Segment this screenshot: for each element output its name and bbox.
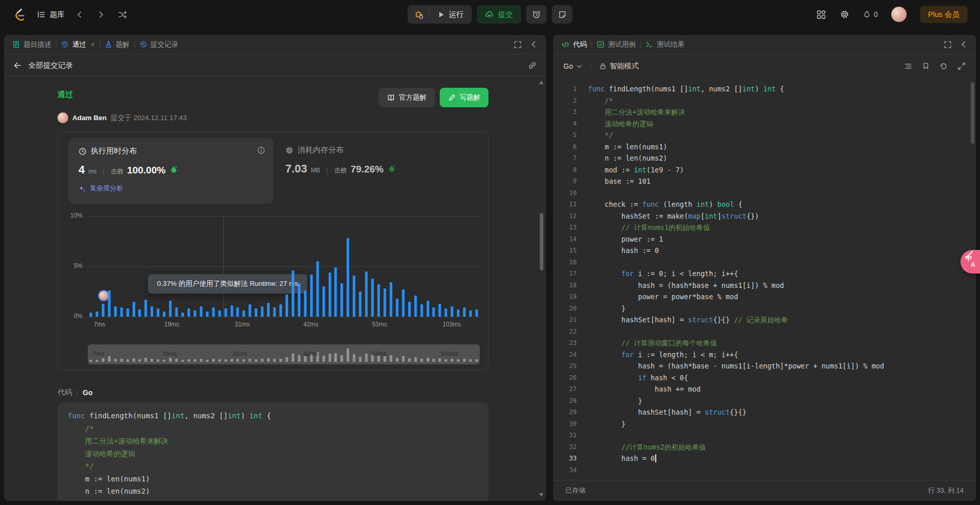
- chart-bar[interactable]: [291, 270, 294, 317]
- random-problem-icon[interactable]: [118, 10, 127, 19]
- chart-bar[interactable]: [102, 304, 104, 317]
- chart-bar[interactable]: [371, 279, 374, 317]
- editor-line[interactable]: 26 if hash < 0{: [553, 372, 976, 384]
- settings-gear-icon[interactable]: [839, 9, 850, 20]
- scroll-down-icon[interactable]: [539, 493, 543, 497]
- chart-bar[interactable]: [237, 307, 239, 317]
- chart-bar[interactable]: [95, 312, 98, 317]
- editor-line[interactable]: 13 // 计算nums1的初始哈希值: [553, 222, 976, 234]
- editor-line[interactable]: 6 m := len(nums1): [553, 141, 976, 153]
- chart-bar[interactable]: [463, 307, 466, 317]
- tab-problem-description[interactable]: 题目描述: [12, 40, 51, 49]
- editor-line[interactable]: 4 滚动哈希的逻辑: [553, 118, 976, 130]
- daily-streak[interactable]: 0: [863, 10, 878, 19]
- chart-bar[interactable]: [476, 309, 478, 317]
- chart-bar[interactable]: [139, 309, 141, 317]
- chart-bar[interactable]: [304, 290, 306, 317]
- editor-line[interactable]: 12 hashSet := make(map[int]struct{}): [553, 210, 976, 222]
- editor-scrollbar-thumb[interactable]: [971, 82, 974, 144]
- chart-bar[interactable]: [261, 306, 264, 317]
- chart-bar[interactable]: [353, 276, 356, 317]
- editor-line[interactable]: 31: [553, 430, 976, 441]
- chart-bar[interactable]: [359, 292, 362, 317]
- chart-bar[interactable]: [157, 308, 160, 317]
- editor-line[interactable]: 32 //计算nums2的初始哈希值: [553, 441, 976, 453]
- leetcode-logo[interactable]: [12, 8, 26, 21]
- chart-bar[interactable]: [243, 310, 245, 317]
- editor-line[interactable]: 8 mod := int(1e9 - 7): [553, 164, 976, 176]
- author-name[interactable]: Adam Ben: [72, 114, 107, 122]
- chart-bar[interactable]: [347, 238, 349, 317]
- editor-line[interactable]: 9 base := 101: [553, 176, 976, 187]
- scroll-up-icon[interactable]: [539, 81, 543, 84]
- chart-bar[interactable]: [249, 304, 251, 317]
- editor-line[interactable]: 2 /*: [553, 95, 976, 107]
- chart-bar[interactable]: [341, 283, 343, 317]
- editor-line[interactable]: 27 hash += mod: [553, 383, 976, 395]
- chart-bar[interactable]: [187, 308, 190, 317]
- chart-bar[interactable]: [114, 306, 116, 317]
- run-button[interactable]: 运行: [430, 5, 472, 24]
- left-scrollbar[interactable]: [539, 79, 544, 499]
- user-avatar[interactable]: [891, 7, 907, 22]
- tab-testcase[interactable]: 测试用例: [597, 40, 636, 49]
- chart-bar[interactable]: [200, 306, 202, 317]
- notes-button[interactable]: [552, 5, 573, 24]
- debug-button[interactable]: [408, 5, 429, 24]
- timer-button[interactable]: [526, 5, 547, 24]
- author-avatar[interactable]: [57, 112, 68, 123]
- editor-line[interactable]: 17 for i := 0; i < length; i++{: [553, 268, 976, 280]
- chart-bar[interactable]: [414, 296, 417, 317]
- chart-bar[interactable]: [420, 304, 423, 317]
- chart-bar[interactable]: [224, 308, 227, 317]
- chart-bar[interactable]: [322, 286, 325, 317]
- editor-line[interactable]: 30 }: [553, 418, 976, 430]
- editor-line[interactable]: 1func findLength(nums1 []int, nums2 []in…: [553, 83, 976, 95]
- memory-stat-card[interactable]: 消耗内存分布 7.03 MB | 击败 79.26%: [285, 145, 396, 176]
- chart-bar[interactable]: [169, 301, 172, 317]
- collapse-panel-icon[interactable]: [530, 41, 538, 48]
- chart-bar[interactable]: [255, 308, 258, 317]
- fullscreen-icon[interactable]: [944, 41, 952, 49]
- chart-brush[interactable]: 7ms19ms31ms42ms53ms103ms: [88, 344, 480, 364]
- editor-line[interactable]: 20 }: [553, 303, 976, 315]
- chart-bar[interactable]: [273, 307, 276, 317]
- chart-bar[interactable]: [280, 304, 282, 317]
- chart-bar[interactable]: [285, 295, 288, 317]
- submit-button[interactable]: 提交: [477, 5, 521, 24]
- tab-test-result[interactable]: 测试结果: [645, 40, 684, 49]
- editor-line[interactable]: 33 hash = 0: [553, 453, 976, 464]
- chart-bar[interactable]: [402, 289, 404, 317]
- tab-accepted[interactable]: 通过 ×: [61, 40, 95, 49]
- chart-bar[interactable]: [182, 313, 184, 317]
- reset-code-icon[interactable]: [939, 62, 948, 70]
- editor-line[interactable]: 18 hash = (hash*base + nums1[i]) % mod: [553, 280, 976, 292]
- tab-submissions[interactable]: 提交记录: [140, 40, 179, 49]
- chart-bar[interactable]: [126, 308, 129, 317]
- chart-bar[interactable]: [108, 290, 110, 317]
- chart-bar[interactable]: [145, 300, 147, 317]
- chart-bar[interactable]: [267, 303, 270, 317]
- chart-bar[interactable]: [310, 275, 312, 317]
- language-select[interactable]: Go: [563, 62, 582, 70]
- chart-bar[interactable]: [328, 273, 331, 317]
- fullscreen-icon[interactable]: [514, 41, 522, 49]
- back-title[interactable]: 全部提交记录: [28, 61, 73, 70]
- expand-editor-icon[interactable]: [957, 62, 966, 70]
- chart-bar[interactable]: [383, 288, 386, 317]
- runtime-stat-card[interactable]: 执行用时分布 4 ms | 击败 100.00%: [68, 138, 273, 204]
- chart-bar[interactable]: [445, 308, 447, 317]
- tab-code[interactable]: 代码: [561, 40, 587, 49]
- format-code-icon[interactable]: [904, 62, 912, 70]
- chart-bar[interactable]: [378, 284, 380, 317]
- scrollbar-thumb[interactable]: [540, 213, 543, 270]
- chart-bar[interactable]: [298, 283, 300, 317]
- editor-line[interactable]: 3 用二分法+滚动哈希来解决: [553, 106, 976, 118]
- editor-line[interactable]: 10: [553, 187, 976, 199]
- copy-link-icon[interactable]: [528, 61, 537, 70]
- chart-bar[interactable]: [408, 302, 410, 317]
- chart-bar[interactable]: [433, 307, 435, 317]
- chart-bar[interactable]: [89, 313, 92, 317]
- editor-line[interactable]: 16: [553, 257, 976, 268]
- apps-grid-icon[interactable]: [816, 10, 826, 20]
